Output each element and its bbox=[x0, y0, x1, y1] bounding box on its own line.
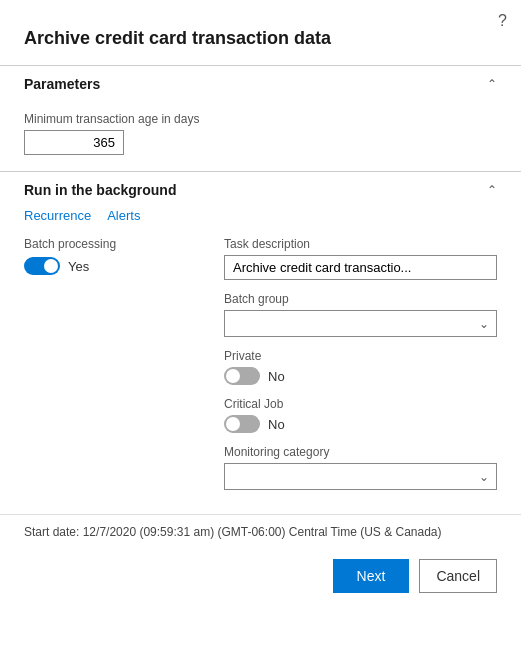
left-column: Batch processing Yes bbox=[24, 237, 224, 490]
monitoring-category-label: Monitoring category bbox=[224, 445, 497, 459]
tab-recurrence[interactable]: Recurrence bbox=[24, 208, 91, 223]
private-toggle-text: No bbox=[268, 369, 285, 384]
batch-group-select[interactable] bbox=[224, 310, 497, 337]
parameters-section: Parameters ⌃ Minimum transaction age in … bbox=[0, 65, 521, 171]
background-section: Run in the background ⌃ Recurrence Alert… bbox=[0, 171, 521, 506]
monitoring-category-select[interactable] bbox=[224, 463, 497, 490]
parameters-section-header[interactable]: Parameters ⌃ bbox=[24, 66, 497, 102]
parameters-content: Minimum transaction age in days bbox=[24, 112, 497, 171]
tab-alerts[interactable]: Alerts bbox=[107, 208, 140, 223]
start-date-text: Start date: 12/7/2020 (09:59:31 am) (GMT… bbox=[0, 514, 521, 549]
background-content: Recurrence Alerts Batch processing Yes T… bbox=[24, 208, 497, 506]
next-button[interactable]: Next bbox=[333, 559, 410, 593]
page-title: Archive credit card transaction data bbox=[0, 0, 521, 65]
batch-toggle[interactable] bbox=[24, 257, 60, 275]
right-column: Task description Batch group ⌄ Private bbox=[224, 237, 497, 490]
batch-group-label: Batch group bbox=[224, 292, 497, 306]
private-toggle-row: No bbox=[224, 367, 497, 385]
batch-group-wrapper: ⌄ bbox=[224, 310, 497, 337]
help-icon[interactable]: ? bbox=[498, 12, 507, 30]
background-tabs: Recurrence Alerts bbox=[24, 208, 497, 223]
batch-toggle-row: Yes bbox=[24, 257, 204, 275]
background-chevron-icon: ⌃ bbox=[487, 183, 497, 197]
parameters-chevron-icon: ⌃ bbox=[487, 77, 497, 91]
min-age-label: Minimum transaction age in days bbox=[24, 112, 497, 126]
parameters-title: Parameters bbox=[24, 76, 100, 92]
task-description-label: Task description bbox=[224, 237, 497, 251]
background-section-header[interactable]: Run in the background ⌃ bbox=[24, 172, 497, 208]
monitoring-category-wrapper: ⌄ bbox=[224, 463, 497, 490]
footer-buttons: Next Cancel bbox=[0, 549, 521, 609]
batch-processing-label: Batch processing bbox=[24, 237, 204, 251]
task-description-input[interactable] bbox=[224, 255, 497, 280]
critical-toggle-row: No bbox=[224, 415, 497, 433]
min-age-input[interactable] bbox=[24, 130, 124, 155]
critical-job-label: Critical Job bbox=[224, 397, 497, 411]
critical-toggle-text: No bbox=[268, 417, 285, 432]
private-label: Private bbox=[224, 349, 497, 363]
background-title: Run in the background bbox=[24, 182, 176, 198]
cancel-button[interactable]: Cancel bbox=[419, 559, 497, 593]
critical-toggle[interactable] bbox=[224, 415, 260, 433]
batch-toggle-text: Yes bbox=[68, 259, 89, 274]
two-col-layout: Batch processing Yes Task description Ba… bbox=[24, 237, 497, 490]
private-toggle[interactable] bbox=[224, 367, 260, 385]
